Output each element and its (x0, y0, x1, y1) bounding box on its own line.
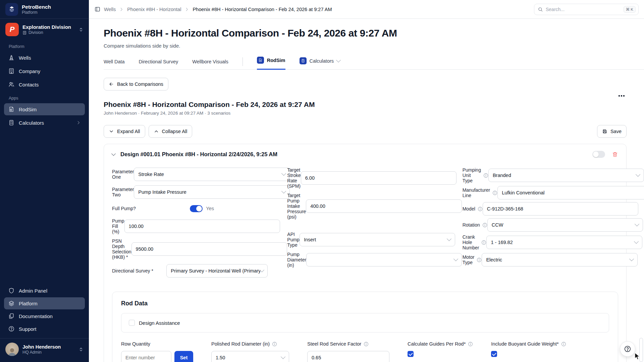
sidebar-item-wells[interactable]: Wells (4, 52, 85, 64)
chevron-down-icon (336, 58, 341, 62)
field-label: Polished Rod Diameter (in) (211, 341, 289, 347)
sidebar-item-company[interactable]: Company (4, 65, 85, 77)
collapse-design-icon[interactable] (111, 152, 116, 156)
search-input[interactable] (546, 7, 621, 12)
org-switcher[interactable]: P Exploration Division Division (0, 19, 89, 40)
field-label: Motor Type (463, 254, 482, 265)
tab-rodsim[interactable]: RodSim (257, 57, 285, 70)
info-icon (364, 342, 369, 347)
polished-rod-diameter-field: Polished Rod Diameter (in) 1.50 (211, 341, 289, 362)
chevron-updown-icon (78, 27, 84, 32)
row-quantity-input[interactable] (121, 351, 171, 362)
sidebar-item-rodsim[interactable]: RodSim (4, 103, 85, 115)
design-assistance-checkbox[interactable] (129, 320, 135, 326)
sidebar-item-label: Wells (19, 55, 31, 61)
design-assistance-label: Design Assistance (139, 320, 180, 326)
brand-header[interactable]: PetroBench Platform (0, 0, 89, 19)
save-button[interactable]: Save (597, 125, 627, 138)
user-menu[interactable]: John Henderson HQ Admin (0, 338, 89, 360)
search-icon (538, 7, 543, 12)
rod-data-title: Rod Data (121, 300, 609, 307)
field-label: API Pump Type (287, 232, 300, 248)
chevron-down-icon (453, 256, 458, 261)
target-pump-intake-input[interactable] (306, 199, 462, 213)
info-icon (482, 223, 487, 228)
delete-design-icon[interactable] (612, 151, 618, 158)
chevron-down-icon (109, 129, 114, 134)
chevron-right-icon (76, 120, 81, 125)
sidebar-item-admin-panel[interactable]: Admin Panel (4, 285, 85, 297)
people-icon (8, 81, 15, 88)
calculate-guides-checkbox[interactable] (408, 351, 414, 357)
parameter-two-select[interactable]: Pump Intake Pressure (134, 185, 289, 199)
steel-rod-service-factor-field: Steel Rod Service Factor (307, 341, 389, 362)
page-subtitle: Compare simulations side by side. (104, 43, 627, 49)
info-icon (272, 342, 277, 347)
back-to-comparisons-button[interactable]: Back to Comparisons (104, 78, 168, 90)
info-icon (468, 342, 473, 347)
sidebar-item-documentation[interactable]: Documentation (4, 310, 85, 322)
building-icon (8, 68, 15, 74)
collapse-all-button[interactable]: Collapse All (149, 125, 193, 138)
crank-hole-number-select[interactable]: 1 - 169.82 (486, 236, 642, 249)
target-stroke-rate-input[interactable] (301, 171, 457, 185)
breadcrumb-well[interactable]: Phoenix #8H - Horizontal (127, 7, 181, 12)
sidebar-item-label: RodSim (19, 107, 37, 112)
sidebar-toggle-icon[interactable] (94, 6, 101, 12)
polished-rod-diameter-select[interactable]: 1.50 (211, 351, 289, 362)
buoyant-guide-weight-field: Include Buoyant Guide Weight* (491, 341, 566, 362)
tab-directional-survey[interactable]: Directional Survey (139, 59, 178, 69)
field-label: Target Stroke Rate (SPM) (287, 167, 301, 189)
help-button[interactable] (620, 341, 635, 357)
main-area: Wells Phoenix #8H - Horizontal Phoenix #… (89, 0, 644, 362)
design-toggle[interactable] (592, 151, 605, 158)
org-name: Exploration Division (22, 24, 71, 30)
pump-fill-input[interactable] (124, 220, 280, 233)
mouse-cursor (635, 353, 641, 360)
full-pump-toggle[interactable] (190, 205, 203, 212)
search-shortcut-badge: ⌘ K (624, 6, 636, 13)
field-label: Full Pump? (112, 206, 136, 211)
field-label: Parameter Two (112, 187, 134, 197)
pumping-unit-type-select[interactable]: Branded (488, 169, 644, 182)
sidebar-item-support[interactable]: Support (4, 323, 85, 335)
rotation-select[interactable]: CCW (487, 218, 643, 232)
buoyant-guide-weight-checkbox[interactable] (491, 351, 497, 357)
motor-type-select[interactable]: Electric (482, 253, 637, 266)
calculator-icon (8, 119, 15, 126)
tab-wellbore-visuals[interactable]: Wellbore Visuals (192, 59, 228, 69)
search-box[interactable]: ⌘ K (534, 4, 639, 15)
more-options-button[interactable] (616, 93, 627, 99)
sidebar-item-platform[interactable]: Platform (4, 297, 85, 309)
breadcrumb-wells[interactable]: Wells (104, 7, 116, 12)
tab-well-data[interactable]: Well Data (104, 59, 125, 69)
row-quantity-field: Row Quantity Set (121, 341, 193, 362)
field-label: Steel Rod Service Factor (307, 341, 389, 347)
layers-icon (8, 300, 15, 307)
expand-all-button[interactable]: Expand All (104, 125, 145, 138)
sidebar-item-calculators[interactable]: Calculators (4, 117, 85, 129)
info-icon (481, 240, 486, 245)
chevron-right-icon (184, 7, 189, 12)
model-input[interactable] (483, 202, 638, 216)
sidebar-spacer (0, 129, 89, 284)
sidebar: PetroBench Platform P Exploration Divisi… (0, 0, 89, 362)
info-icon (492, 190, 497, 195)
psn-depth-input[interactable] (131, 242, 287, 256)
manufacturer-line-select[interactable]: Lufkin Conventional (497, 186, 644, 199)
api-pump-type-select[interactable]: Insert (300, 233, 455, 246)
sidebar-item-contacts[interactable]: Contacts (4, 78, 85, 90)
field-label: Calculate Guides Per Rod* (408, 341, 473, 347)
pump-diameter-select[interactable] (306, 253, 462, 266)
chevron-down-icon (629, 256, 634, 261)
org-logo-icon: P (5, 23, 19, 36)
sidebar-item-label: Calculators (19, 120, 44, 126)
breadcrumb-current: Phoenix #8H - Horizontal Comparison - Fe… (193, 7, 332, 12)
steel-rod-service-factor-input[interactable] (307, 351, 389, 362)
set-button[interactable]: Set (174, 351, 193, 362)
full-pump-value: Yes (206, 206, 214, 211)
chevron-up-icon (154, 129, 159, 134)
directional-survey-select[interactable]: Primary Survey - Horizontal Well (Primar… (166, 264, 268, 278)
tab-calculators[interactable]: Calculators (300, 57, 340, 69)
parameter-one-select[interactable]: Stroke Rate (134, 168, 289, 181)
